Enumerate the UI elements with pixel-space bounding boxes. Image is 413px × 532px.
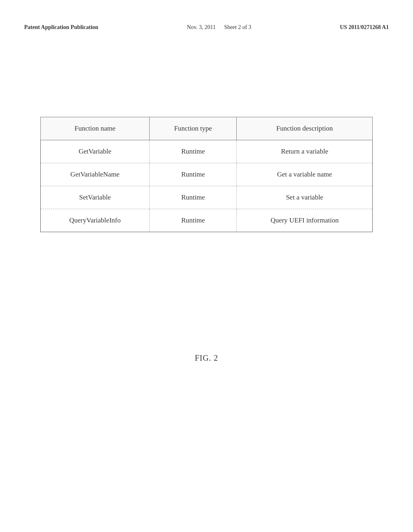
table-row: SetVariableRuntimeSet a variable [41, 186, 373, 209]
table-row: GetVariableNameRuntimeGet a variable nam… [41, 163, 373, 186]
function-table-container: Function name Function type Function des… [40, 117, 373, 232]
col-header-function-name: Function name [41, 117, 150, 140]
table-row: GetVariableRuntimeReturn a variable [41, 140, 373, 163]
cell-function-type: Runtime [150, 209, 237, 232]
cell-function-type: Runtime [150, 140, 237, 163]
cell-function-name: SetVariable [41, 186, 150, 209]
cell-function-description: Set a variable [237, 186, 373, 209]
table-row: QueryVariableInfoRuntimeQuery UEFI infor… [41, 209, 373, 232]
cell-function-type: Runtime [150, 186, 237, 209]
col-header-function-type: Function type [150, 117, 237, 140]
col-header-function-description: Function description [237, 117, 373, 140]
cell-function-description: Query UEFI information [237, 209, 373, 232]
table-header-row: Function name Function type Function des… [41, 117, 373, 140]
cell-function-name: QueryVariableInfo [41, 209, 150, 232]
cell-function-type: Runtime [150, 163, 237, 186]
function-table: Function name Function type Function des… [40, 117, 373, 232]
header-date-sheet: Nov. 3, 2011 Sheet 2 of 3 [187, 24, 251, 31]
header-sheet: Sheet 2 of 3 [224, 24, 251, 30]
page: Patent Application Publication Nov. 3, 2… [0, 0, 413, 532]
cell-function-name: GetVariable [41, 140, 150, 163]
page-header: Patent Application Publication Nov. 3, 2… [24, 24, 389, 31]
figure-label: FIG. 2 [0, 353, 413, 363]
header-date: Nov. 3, 2011 [187, 24, 216, 30]
cell-function-description: Get a variable name [237, 163, 373, 186]
header-patent-number: US 2011/0271268 A1 [340, 24, 389, 31]
cell-function-name: GetVariableName [41, 163, 150, 186]
header-publication-label: Patent Application Publication [24, 24, 98, 31]
cell-function-description: Return a variable [237, 140, 373, 163]
